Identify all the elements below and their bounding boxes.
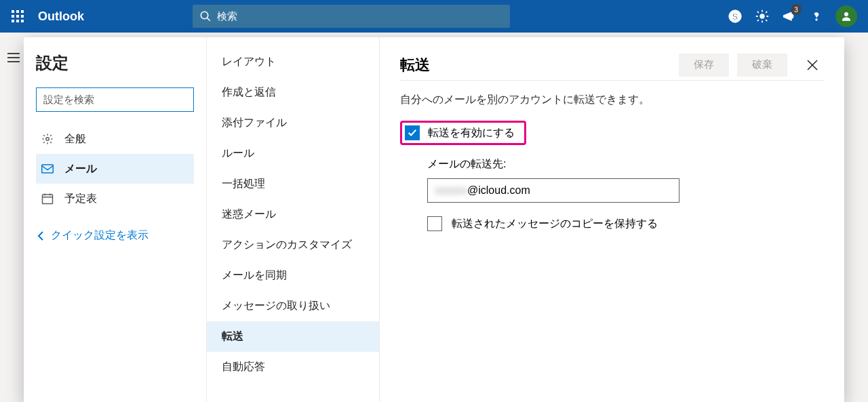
subnav-rules[interactable]: ルール <box>207 138 379 169</box>
svg-rect-5 <box>21 15 24 18</box>
subnav-junk[interactable]: 迷惑メール <box>207 199 379 230</box>
close-button[interactable] <box>801 54 824 77</box>
search-input[interactable]: 検索 <box>193 5 510 28</box>
svg-rect-6 <box>12 20 14 22</box>
nav-label: 全般 <box>64 132 86 146</box>
forward-to-input[interactable]: xxxxxx@icloud.com <box>427 178 679 203</box>
subnav-message-handling[interactable]: メッセージの取り扱い <box>207 291 379 321</box>
settings-sidebar: 設定 設定を検索 全般 メール 予定表 クイック設定を表示 <box>24 37 207 402</box>
subnav-sync-mail[interactable]: メールを同期 <box>207 260 379 291</box>
back-link-label: クイック設定を表示 <box>51 228 149 243</box>
svg-point-14 <box>816 19 817 20</box>
forward-to-label: メールの転送先: <box>427 157 824 172</box>
help-icon[interactable] <box>803 3 830 30</box>
svg-rect-7 <box>16 20 19 22</box>
hamburger-icon[interactable] <box>0 47 27 68</box>
subnav-layout[interactable]: レイアウト <box>207 47 379 77</box>
app-launcher-icon[interactable] <box>7 5 28 27</box>
settings-title: 設定 <box>36 52 194 74</box>
nav-general[interactable]: 全般 <box>36 124 194 154</box>
megaphone-icon[interactable]: 3 <box>776 3 803 30</box>
top-bar: Outlook 検索 S 3 <box>0 0 868 33</box>
close-icon <box>807 60 818 71</box>
svg-rect-8 <box>21 20 24 22</box>
nav-label: 予定表 <box>64 192 97 206</box>
subnav-customize-actions[interactable]: アクションのカスタマイズ <box>207 230 379 260</box>
svg-rect-1 <box>16 10 19 13</box>
subnav-attachments[interactable]: 添付ファイル <box>207 108 379 138</box>
keep-copy-checkbox[interactable] <box>427 216 442 231</box>
save-button[interactable]: 保存 <box>679 54 729 77</box>
content-header: 転送 保存 破棄 <box>400 49 824 81</box>
skype-icon[interactable]: S <box>722 3 749 30</box>
enable-forwarding-checkbox[interactable] <box>405 125 420 140</box>
subnav-auto-reply[interactable]: 自動応答 <box>207 352 379 382</box>
discard-button[interactable]: 破棄 <box>737 54 787 77</box>
brand-label: Outlook <box>38 9 84 24</box>
svg-rect-3 <box>12 15 14 18</box>
forward-to-block: メールの転送先: xxxxxx@icloud.com 転送されたメッセージのコピ… <box>427 157 824 231</box>
forward-to-value-redacted: xxxxxx <box>435 184 467 197</box>
notification-badge: 3 <box>791 4 802 15</box>
gear-icon[interactable] <box>749 3 776 30</box>
enable-forwarding-label: 転送を有効にする <box>428 126 515 140</box>
svg-rect-20 <box>42 165 54 173</box>
nav-calendar[interactable]: 予定表 <box>36 184 194 214</box>
settings-search-placeholder: 設定を検索 <box>43 94 94 106</box>
background-decoration <box>841 33 868 402</box>
svg-point-15 <box>844 12 848 16</box>
search-icon <box>199 10 212 22</box>
search-placeholder: 検索 <box>217 10 237 23</box>
subnav-forwarding[interactable]: 転送 <box>207 321 379 352</box>
settings-content: 転送 保存 破棄 自分へのメールを別のアカウントに転送できます。 転送を有効にす… <box>380 37 844 402</box>
content-description: 自分へのメールを別のアカウントに転送できます。 <box>400 93 824 107</box>
chevron-left-icon <box>37 231 44 241</box>
settings-subnav: レイアウト 作成と返信 添付ファイル ルール 一括処理 迷惑メール アクションの… <box>207 37 380 402</box>
svg-rect-2 <box>21 10 24 13</box>
settings-panel: 設定 設定を検索 全般 メール 予定表 クイック設定を表示 <box>24 37 844 402</box>
keep-copy-label: 転送されたメッセージのコピーを保持する <box>452 217 658 231</box>
check-icon <box>408 128 417 138</box>
svg-rect-0 <box>12 10 14 13</box>
nav-label: メール <box>64 162 97 176</box>
svg-rect-21 <box>43 195 53 204</box>
content-title: 転送 <box>400 55 430 75</box>
nav-mail[interactable]: メール <box>36 154 194 184</box>
settings-search-input[interactable]: 設定を検索 <box>36 87 194 112</box>
calendar-icon <box>40 193 55 205</box>
svg-point-9 <box>201 12 208 19</box>
svg-point-13 <box>760 14 764 18</box>
subnav-sweep[interactable]: 一括処理 <box>207 169 379 199</box>
enable-forwarding-highlight: 転送を有効にする <box>400 121 526 145</box>
svg-point-19 <box>46 138 50 141</box>
subnav-compose[interactable]: 作成と返信 <box>207 77 379 108</box>
gear-icon <box>40 133 55 145</box>
svg-rect-4 <box>16 15 19 18</box>
forward-to-value-suffix: @icloud.com <box>467 184 530 197</box>
avatar[interactable] <box>835 5 857 27</box>
svg-line-10 <box>207 18 210 21</box>
svg-text:S: S <box>732 12 738 22</box>
keep-copy-row: 転送されたメッセージのコピーを保持する <box>427 216 824 231</box>
mail-icon <box>40 164 55 174</box>
quick-settings-link[interactable]: クイック設定を表示 <box>36 226 194 245</box>
